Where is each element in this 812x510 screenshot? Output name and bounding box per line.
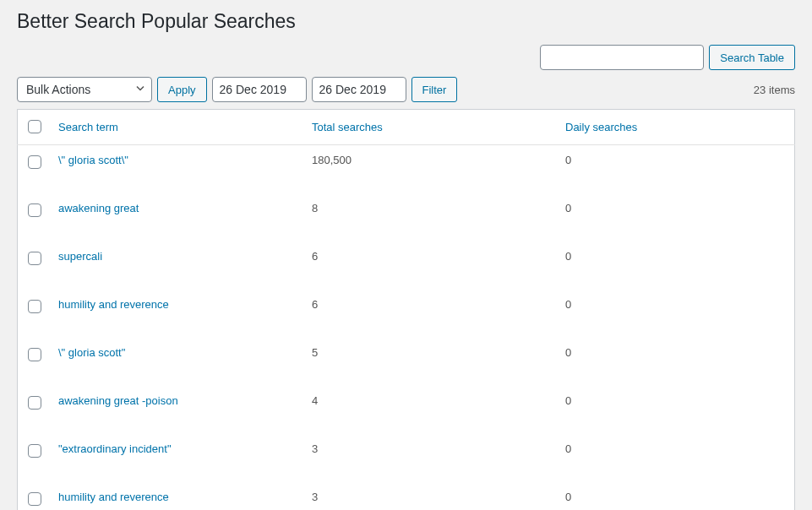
page-title: Better Search Popular Searches xyxy=(17,0,795,45)
sort-daily-link[interactable]: Daily searches xyxy=(565,121,637,133)
row-term-cell: humility and reverence xyxy=(50,290,303,338)
row-checkbox-cell xyxy=(18,434,51,482)
row-daily-cell: 0 xyxy=(557,482,795,511)
row-term-cell: humility and reverence xyxy=(50,482,303,511)
row-checkbox-cell xyxy=(18,386,51,434)
row-total-cell: 180,500 xyxy=(303,145,557,193)
row-checkbox-cell xyxy=(18,193,51,241)
row-checkbox-cell xyxy=(18,482,51,511)
row-checkbox[interactable] xyxy=(28,492,41,506)
select-all-checkbox[interactable] xyxy=(28,120,41,133)
search-term-link[interactable]: awakening great -poison xyxy=(58,394,178,407)
row-total-cell: 3 xyxy=(303,482,557,511)
sort-total-link[interactable]: Total searches xyxy=(312,121,383,133)
apply-button[interactable]: Apply xyxy=(157,77,207,102)
table-row: humility and reverence60 xyxy=(18,290,795,338)
search-term-link[interactable]: \" gloria scott\" xyxy=(58,154,128,166)
table-row: "extraordinary incident"30 xyxy=(18,434,795,482)
column-header-term: Search term xyxy=(50,110,303,145)
date-from-input[interactable] xyxy=(212,77,307,102)
row-total-cell: 3 xyxy=(303,434,557,482)
row-daily-cell: 0 xyxy=(557,338,795,386)
table-row: \" gloria scott"50 xyxy=(18,338,795,386)
table-row: supercali60 xyxy=(18,241,795,290)
row-checkbox[interactable] xyxy=(28,444,41,458)
row-term-cell: \" gloria scott\" xyxy=(50,145,303,193)
search-table-button[interactable]: Search Table xyxy=(709,45,795,70)
row-daily-cell: 0 xyxy=(557,193,795,241)
row-checkbox[interactable] xyxy=(28,396,41,410)
row-daily-cell: 0 xyxy=(557,145,795,193)
row-checkbox[interactable] xyxy=(28,348,41,361)
table-row: awakening great -poison40 xyxy=(18,386,795,434)
search-input[interactable] xyxy=(540,45,704,70)
search-term-link[interactable]: \" gloria scott" xyxy=(58,346,125,359)
toolbar-left: Bulk Actions Apply Filter xyxy=(17,77,457,102)
row-checkbox-cell xyxy=(18,241,51,290)
table-row: awakening great80 xyxy=(18,193,795,241)
search-term-link[interactable]: "extraordinary incident" xyxy=(58,442,172,455)
row-term-cell: "extraordinary incident" xyxy=(50,434,303,482)
table-row: humility and reverence30 xyxy=(18,482,795,511)
search-term-link[interactable]: humility and reverence xyxy=(58,491,169,503)
row-total-cell: 4 xyxy=(303,386,557,434)
row-total-cell: 6 xyxy=(303,241,557,290)
row-term-cell: supercali xyxy=(50,241,303,290)
row-term-cell: awakening great xyxy=(50,193,303,241)
search-term-link[interactable]: humility and reverence xyxy=(58,298,169,311)
row-term-cell: awakening great -poison xyxy=(50,386,303,434)
row-total-cell: 5 xyxy=(303,338,557,386)
column-header-checkbox xyxy=(18,110,51,145)
row-daily-cell: 0 xyxy=(557,386,795,434)
column-header-daily: Daily searches xyxy=(557,110,795,145)
date-to-input[interactable] xyxy=(312,77,406,102)
search-term-link[interactable]: supercali xyxy=(58,250,102,263)
row-total-cell: 8 xyxy=(303,193,557,241)
search-term-link[interactable]: awakening great xyxy=(58,202,139,214)
search-bar: Search Table xyxy=(17,45,795,70)
searches-table: Search term Total searches Daily searche… xyxy=(17,109,795,510)
toolbar: Bulk Actions Apply Filter 23 items xyxy=(17,77,795,102)
column-header-total: Total searches xyxy=(303,110,557,145)
row-checkbox[interactable] xyxy=(28,203,41,217)
row-daily-cell: 0 xyxy=(557,241,795,290)
row-checkbox[interactable] xyxy=(28,300,41,313)
bulk-actions-wrap: Bulk Actions xyxy=(17,77,152,102)
filter-button[interactable]: Filter xyxy=(411,77,458,102)
row-daily-cell: 0 xyxy=(557,434,795,482)
row-checkbox-cell xyxy=(18,290,51,338)
table-row: \" gloria scott\"180,5000 xyxy=(18,145,795,193)
row-checkbox-cell xyxy=(18,338,51,386)
item-count: 23 items xyxy=(754,84,795,96)
sort-term-link[interactable]: Search term xyxy=(58,121,118,133)
row-daily-cell: 0 xyxy=(557,290,795,338)
row-total-cell: 6 xyxy=(303,290,557,338)
row-checkbox-cell xyxy=(18,145,51,193)
row-checkbox[interactable] xyxy=(28,155,41,169)
bulk-actions-select[interactable]: Bulk Actions xyxy=(17,77,152,102)
row-term-cell: \" gloria scott" xyxy=(50,338,303,386)
row-checkbox[interactable] xyxy=(28,252,41,265)
